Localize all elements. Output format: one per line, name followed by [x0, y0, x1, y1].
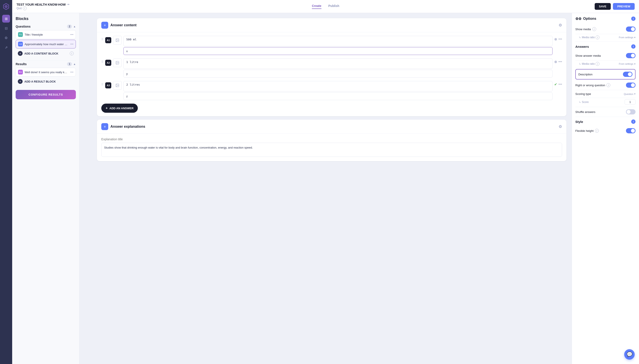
show-media-label: Show media i	[575, 27, 596, 31]
answers-section-info-icon[interactable]: i	[631, 44, 635, 49]
configure-results-button[interactable]: CONFIGURE RESULTS	[16, 90, 76, 99]
options-info-icon[interactable]: i	[631, 16, 635, 21]
preview-button[interactable]: PREVIEW	[613, 3, 635, 10]
settings-icon[interactable]: ⚙	[2, 34, 10, 42]
media-ratio-dropdown[interactable]: From settings ▾	[619, 36, 635, 39]
answer-inputs-1: 500 ml	[123, 36, 552, 55]
options-header: ⚙⚙ Options i	[575, 16, 635, 21]
answer-3-desc-input[interactable]	[123, 92, 552, 100]
questions-collapse-icon[interactable]: ▲	[73, 25, 76, 28]
subtitle-info-icon[interactable]: i	[23, 6, 27, 10]
results-section-header: Results 1 ▲	[16, 62, 76, 66]
add-result-block-button[interactable]: + ADD A RESULT BLOCK	[16, 77, 76, 86]
right-or-wrong-toggle[interactable]	[626, 82, 635, 88]
show-answer-media-row: Show answer media	[575, 51, 635, 60]
flexible-height-row: Flexible height i	[575, 126, 635, 136]
flexible-height-info-icon[interactable]: i	[595, 129, 599, 133]
description-toggle[interactable]	[623, 72, 632, 77]
drag-handle-2[interactable]: ⠿	[101, 60, 104, 64]
main-content: ≡ Answer content ⚙ ⠿ A1 500 ml	[92, 13, 572, 364]
answer-explanations-gear-icon[interactable]: ⚙	[559, 124, 562, 129]
blocks-icon[interactable]: ⊞	[2, 15, 10, 22]
answer-media-ratio-dropdown[interactable]: From settings ▾	[619, 62, 635, 65]
question-1-badge: T1	[18, 32, 23, 37]
style-section-info-icon[interactable]: i	[631, 120, 635, 124]
result-item-1[interactable]: R1 Well done! It seems you really know .…	[16, 68, 76, 76]
top-bar: TEST YOUR HEALTH KNOW-HOW ✏ Quiz i Creat…	[12, 0, 639, 13]
show-answer-media-toggle[interactable]	[626, 53, 635, 58]
answer-3-correct-icon[interactable]: ✔	[554, 82, 557, 86]
add-content-block-button[interactable]: + ADD A CONTENT BLOCK i	[16, 49, 76, 58]
answer-2-remove-icon[interactable]: ⊗	[554, 60, 557, 64]
scoring-type-label: Scoring type	[575, 92, 591, 96]
right-or-wrong-label: Right or wrong question i	[575, 83, 610, 87]
answer-1-desc-input[interactable]	[123, 47, 552, 55]
answer-content-gear-icon[interactable]: ⚙	[559, 23, 562, 28]
scoring-type-dropdown[interactable]: Question ▾	[624, 92, 635, 95]
options-title-text: Options	[583, 17, 596, 21]
save-button[interactable]: SAVE	[595, 3, 611, 10]
svg-point-5	[117, 62, 117, 62]
questions-count: 2	[67, 24, 72, 28]
answer-2-main-input[interactable]: 1 litre	[123, 58, 552, 69]
answer-3-actions: ✔ •••	[554, 82, 562, 86]
answer-explanations-icon: ≡	[101, 123, 108, 130]
nav-create[interactable]: Create	[312, 4, 322, 9]
edit-title-icon[interactable]: ✏	[67, 3, 70, 6]
question-item-1[interactable]: T1 Title / freestyle •••	[16, 30, 76, 39]
nav-publish[interactable]: Publish	[329, 4, 340, 9]
app-subtitle: Quiz i	[17, 6, 70, 10]
answer-explanations-header: ≡ Answer explanations ⚙	[97, 120, 566, 134]
explanation-text-input[interactable]: Studies show that drinking enough water …	[101, 143, 562, 157]
icon-bar: ⊞ ⊟ ⚙ ⇗	[0, 0, 12, 364]
answer-3-main-input[interactable]: 2 litres	[123, 81, 552, 92]
flexible-height-toggle[interactable]	[626, 128, 635, 133]
question-2-menu-icon[interactable]: •••	[70, 42, 74, 46]
media-ratio-info-icon[interactable]: i	[595, 36, 599, 39]
answer-2-more-icon[interactable]: •••	[558, 60, 562, 64]
share-icon[interactable]: ⇗	[2, 44, 10, 51]
app-title-group: TEST YOUR HEALTH KNOW-HOW ✏	[17, 3, 70, 6]
result-1-menu-icon[interactable]: •••	[70, 70, 74, 74]
answer-media-ratio-info-icon[interactable]: i	[595, 62, 599, 66]
answer-explanations-title: Answer explanations	[110, 125, 145, 128]
media-ratio-label: ↳ Media ratio i	[579, 36, 599, 39]
show-media-toggle[interactable]	[626, 26, 635, 32]
answer-1-main-input[interactable]: 500 ml	[123, 36, 552, 46]
answer-media-ratio-label: ↳ Media ratio i	[579, 62, 599, 66]
svg-marker-1	[5, 5, 8, 8]
results-section-title: Results	[16, 62, 27, 66]
chat-bubble[interactable]: 💬	[624, 349, 635, 360]
media-ratio-row: ↳ Media ratio i From settings ▾	[575, 34, 635, 42]
result-1-label: Well done! It seems you really know ...	[25, 70, 69, 74]
answer-image-2[interactable]	[113, 58, 122, 67]
drag-handle-3[interactable]: ⠿	[101, 83, 104, 86]
answer-3-more-icon[interactable]: •••	[558, 82, 562, 86]
explanation-title-input[interactable]	[101, 138, 562, 141]
add-content-info-icon[interactable]: i	[70, 52, 74, 56]
question-item-2[interactable]: ≡2 Approximately how much water doe... •…	[16, 40, 76, 48]
svg-point-3	[117, 39, 117, 40]
right-or-wrong-info-icon[interactable]: i	[606, 83, 610, 87]
question-1-menu-icon[interactable]: •••	[70, 33, 74, 36]
answer-badge-2: A2	[105, 60, 111, 66]
description-row: Description	[575, 69, 635, 80]
add-content-plus-icon: +	[18, 51, 23, 56]
answer-2-desc-input[interactable]	[123, 70, 552, 78]
questions-icon[interactable]: ⊟	[2, 24, 10, 32]
answer-badge-3: A3	[105, 82, 111, 88]
drag-handle-1[interactable]: ⠿	[101, 38, 104, 41]
style-section-title: Style i	[575, 117, 635, 125]
answer-image-3[interactable]	[113, 81, 122, 90]
shuffle-answers-toggle[interactable]	[626, 109, 635, 114]
answer-1-more-icon[interactable]: •••	[558, 37, 562, 41]
logo[interactable]	[2, 2, 10, 10]
add-answer-button[interactable]: + ADD AN ANSWER	[101, 104, 138, 113]
score-input[interactable]	[625, 99, 635, 105]
results-collapse-icon[interactable]: ▲	[73, 62, 76, 66]
question-2-label: Approximately how much water doe...	[25, 42, 69, 46]
answer-2-actions: ⊗ •••	[554, 60, 562, 64]
answer-image-1[interactable]	[113, 36, 122, 44]
answer-1-remove-icon[interactable]: ⊗	[554, 37, 557, 41]
show-media-info-icon[interactable]: i	[592, 27, 596, 31]
